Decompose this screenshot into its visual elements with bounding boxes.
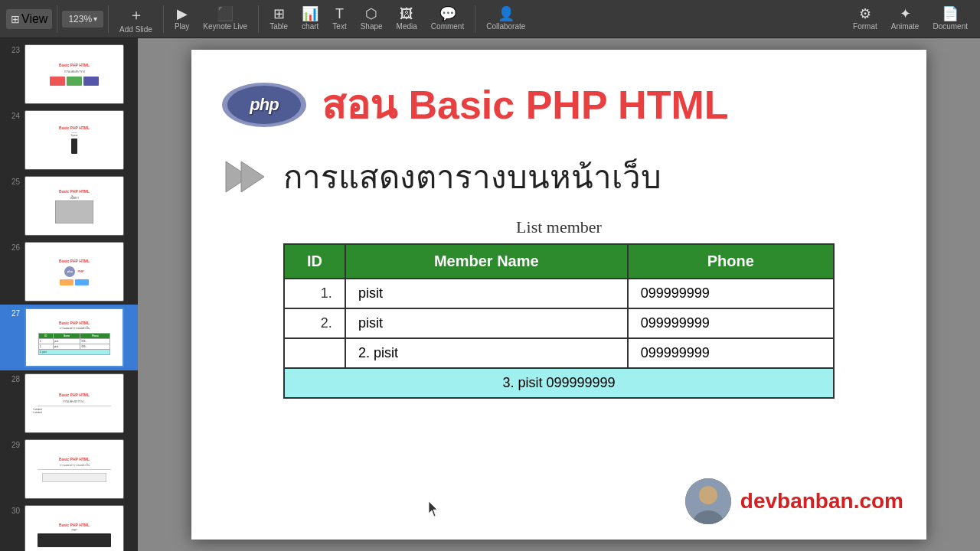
table-section: List member ID Member Name Phone 1. pisi… [222,217,896,399]
slide-number-25: 25 [6,176,20,186]
shape-button[interactable]: ⬡ Shape [354,4,389,34]
main-area: 23 Basic PHP HTML การแสดงตาราง 24 Basic … [0,38,980,551]
slide-thumb-24: Basic PHP HTML Syntax [24,110,124,170]
chart-icon: 📊 [302,7,318,21]
slide-thumb-28: Basic PHP HTML การแสดงตาราง... • content… [24,373,124,433]
slide-thumb-26: Basic PHP HTML php PHP [24,242,124,302]
add-slide-label: Add Slide [119,25,152,34]
cursor-icon [429,501,439,517]
separator-4 [258,5,259,33]
toolbar: ⊞ View 123% ▾ ＋ Add Slide ▶ Play ⬛ Keyno… [0,0,980,38]
table-label: Table [270,22,288,31]
slide-canvas: php สอน Basic PHP HTML การแสดงตารางบนหน้… [191,50,926,540]
table-caption: List member [516,217,602,237]
shape-icon: ⬡ [365,7,377,21]
table-button[interactable]: ⊞ Table [263,4,294,34]
slide-thumb-23: Basic PHP HTML การแสดงตาราง [24,44,124,104]
document-icon: 📄 [942,7,959,21]
add-slide-button[interactable]: ＋ Add Slide [113,2,158,37]
slide-number-24: 24 [6,110,20,120]
document-label: Document [933,22,968,31]
comment-button[interactable]: 💬 Comment [425,4,470,34]
animate-button[interactable]: ✦ Animate [885,4,926,34]
keynote-live-label: Keynote Live [203,22,247,31]
chart-label: chart [302,22,318,31]
cell-cyan-full: 3. pisit 099999999 [284,368,834,398]
table-row: 1. pisit 099999999 [284,279,834,308]
collaborate-label: Collaborate [486,22,525,31]
play-button[interactable]: ▶ Play [168,4,195,34]
slide-number-30: 30 [6,505,20,515]
slide-header: php สอน Basic PHP HTML [222,73,896,136]
avatar-image [685,478,731,524]
zoom-value: 123% [68,14,92,24]
format-icon: ⚙ [859,7,871,21]
slide-item-30[interactable]: 30 Basic PHP HTML PHP [0,502,138,551]
slide-panel: 23 Basic PHP HTML การแสดงตาราง 24 Basic … [0,38,138,551]
cell-phone-1: 099999999 [628,279,834,308]
slide-thumb-25: Basic PHP HTML เนื้อหา [24,176,124,236]
view-button[interactable]: ⊞ View [6,9,52,29]
media-button[interactable]: 🖼 Media [390,4,423,34]
slide-subtitle-text: การแสดงตารางบนหน้าเว็บ [283,152,662,202]
canvas-area: php สอน Basic PHP HTML การแสดงตารางบนหน้… [138,38,980,551]
play-icon: ▶ [177,7,188,21]
slide-item-24[interactable]: 24 Basic PHP HTML Syntax [0,107,138,173]
text-label: Text [332,22,346,31]
cell-name-1: pisit [345,279,628,308]
php-logo-inner: php [227,86,301,124]
slide-thumb-29: Basic PHP HTML การแสดงตารางบนหน้าเว็บ [24,439,124,499]
text-button[interactable]: T Text [326,4,352,34]
svg-point-3 [699,486,717,504]
play-arrow-container [222,154,268,200]
cell-phone-3: 099999999 [628,338,834,368]
svg-marker-1 [241,161,264,192]
table-row: 2. pisit 099999999 [284,338,834,368]
add-icon: ＋ [129,5,144,25]
slide-item-29[interactable]: 29 Basic PHP HTML การแสดงตารางบนหน้าเว็บ [0,436,138,502]
comment-label: Comment [431,22,464,31]
animate-icon: ✦ [900,7,911,21]
php-logo-text: php [250,95,278,115]
chart-button[interactable]: 📊 chart [296,4,325,34]
php-logo: php [222,83,306,127]
play-label: Play [175,22,189,31]
separator-5 [475,5,475,33]
collaborate-icon: 👤 [498,7,514,21]
separator-1 [57,5,57,33]
cell-phone-2: 099999999 [628,308,834,338]
media-icon: 🖼 [400,7,413,21]
slide-number-29: 29 [6,439,20,449]
avatar [685,478,731,524]
cell-name-3: 2. pisit [345,338,628,368]
keynote-live-button[interactable]: ⬛ Keynote Live [197,4,253,34]
slide-item-27[interactable]: 27 Basic PHP HTML การแสดงตารางบนหน้าเว็บ… [0,305,138,370]
zoom-chevron-icon: ▾ [93,15,97,23]
watermark: devbanban.com [685,478,903,524]
cell-id-3 [284,338,345,368]
media-label: Media [397,22,417,31]
shape-label: Shape [361,22,383,31]
collaborate-button[interactable]: 👤 Collaborate [480,4,531,34]
slide-item-28[interactable]: 28 Basic PHP HTML การแสดงตาราง... • cont… [0,370,138,436]
table-row-cyan: 3. pisit 099999999 [284,368,834,398]
col-header-phone: Phone [628,244,834,279]
cell-id-2: 2. [284,308,345,338]
format-label: Format [853,22,877,31]
cursor [429,501,439,517]
slide-number-27: 27 [6,308,20,318]
svg-marker-5 [429,501,437,517]
slide-title: สอน Basic PHP HTML [322,73,728,136]
col-header-id: ID [284,244,345,279]
data-table: ID Member Name Phone 1. pisit 099999999 … [283,243,835,399]
slide-item-23[interactable]: 23 Basic PHP HTML การแสดงตาราง [0,41,138,107]
slide-item-25[interactable]: 25 Basic PHP HTML เนื้อหา [0,173,138,239]
slide-thumb-27: Basic PHP HTML การแสดงตารางบนหน้าเว็บ ID… [24,308,124,367]
col-header-name: Member Name [345,244,628,279]
slide-subtitle: การแสดงตารางบนหน้าเว็บ [222,152,896,202]
slide-item-26[interactable]: 26 Basic PHP HTML php PHP [0,239,138,305]
format-button[interactable]: ⚙ Format [847,4,884,34]
document-button[interactable]: 📄 Document [926,4,974,34]
animate-label: Animate [891,22,920,31]
zoom-button[interactable]: 123% ▾ [62,11,103,28]
